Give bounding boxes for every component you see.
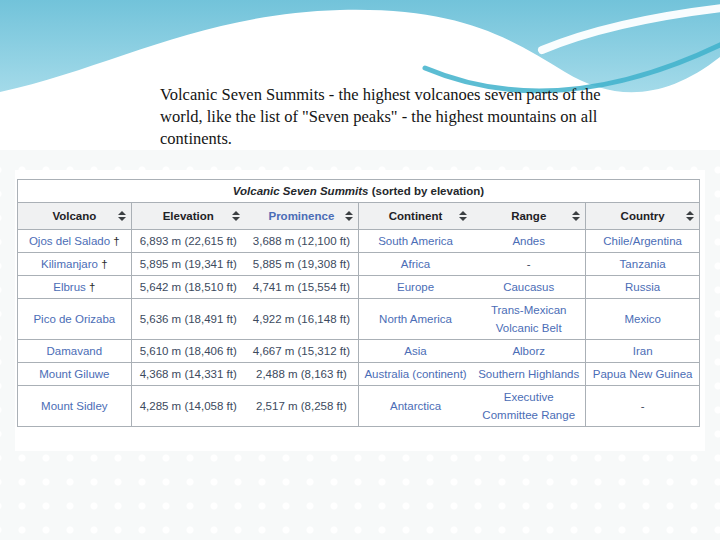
volcanic-seven-summits-table: Volcanic Seven Summits (sorted by elevat… bbox=[17, 179, 700, 427]
country-link[interactable]: Papua New Guinea bbox=[593, 368, 693, 380]
table-cell: Kilimanjaro † bbox=[18, 253, 132, 276]
continent-link[interactable]: Australia (continent) bbox=[364, 368, 466, 380]
country-link[interactable]: Tanzania bbox=[620, 258, 666, 270]
volcano-link[interactable]: Kilimanjaro bbox=[41, 258, 98, 270]
column-label-volcano: Volcano bbox=[52, 210, 96, 222]
table-cell: Ojos del Salado † bbox=[18, 230, 132, 253]
volcano-link[interactable]: Damavand bbox=[47, 345, 103, 357]
table-cell: Andes bbox=[472, 230, 586, 253]
table-cell: 4,667 m (15,312 ft) bbox=[245, 340, 359, 363]
column-header-prominence[interactable]: Prominence bbox=[245, 203, 359, 230]
sort-arrows-icon[interactable] bbox=[459, 211, 467, 221]
table-caption-row: Volcanic Seven Summits (sorted by elevat… bbox=[18, 180, 700, 203]
volcano-link[interactable]: Pico de Orizaba bbox=[33, 313, 115, 325]
sort-arrows-icon[interactable] bbox=[345, 211, 353, 221]
prominence-value: 3,688 m (12,100 ft) bbox=[253, 235, 350, 247]
range-link[interactable]: Alborz bbox=[512, 345, 545, 357]
table-cell: Southern Highlands bbox=[472, 363, 586, 386]
table-cell: 6,893 m (22,615 ft) bbox=[131, 230, 245, 253]
elevation-value: 6,893 m (22,615 ft) bbox=[140, 235, 237, 247]
volcano-link[interactable]: Ojos del Salado bbox=[29, 235, 110, 247]
country-empty: - bbox=[641, 400, 645, 412]
column-label-range: Range bbox=[511, 210, 546, 222]
continent-link[interactable]: Europe bbox=[397, 281, 434, 293]
table-row: Pico de Orizaba5,636 m (18,491 ft)4,922 … bbox=[18, 299, 700, 340]
table-cell: 5,636 m (18,491 ft) bbox=[131, 299, 245, 340]
table-cell: Elbrus † bbox=[18, 276, 132, 299]
table-cell: 5,610 m (18,406 ft) bbox=[131, 340, 245, 363]
table-cell: 2,488 m (8,163 ft) bbox=[245, 363, 359, 386]
dagger-mark: † bbox=[98, 258, 108, 270]
prominence-value: 4,667 m (15,312 ft) bbox=[253, 345, 350, 357]
dagger-mark: † bbox=[110, 235, 120, 247]
table-cell: Pico de Orizaba bbox=[18, 299, 132, 340]
table-cell: 2,517 m (8,258 ft) bbox=[245, 386, 359, 427]
sort-arrows-icon[interactable] bbox=[118, 211, 126, 221]
range-link[interactable]: Southern Highlands bbox=[478, 368, 579, 380]
column-header-continent[interactable]: Continent bbox=[358, 203, 472, 230]
table-cell: Mount Giluwe bbox=[18, 363, 132, 386]
table-cell: 5,895 m (19,341 ft) bbox=[131, 253, 245, 276]
sort-arrows-icon[interactable] bbox=[232, 211, 240, 221]
table-cell: Asia bbox=[358, 340, 472, 363]
country-link[interactable]: Iran bbox=[633, 345, 653, 357]
volcano-link[interactable]: Mount Giluwe bbox=[39, 368, 109, 380]
table-cell: Russia bbox=[586, 276, 700, 299]
column-label-continent: Continent bbox=[389, 210, 443, 222]
slide-title: Volcanic Seven Summits - the highest vol… bbox=[160, 84, 618, 150]
column-header-row: VolcanoElevationProminenceContinentRange… bbox=[18, 203, 700, 230]
country-link[interactable]: Russia bbox=[625, 281, 660, 293]
column-header-country[interactable]: Country bbox=[586, 203, 700, 230]
elevation-value: 4,368 m (14,331 ft) bbox=[140, 368, 237, 380]
table-cell: Iran bbox=[586, 340, 700, 363]
range-link[interactable]: Trans-Mexican Volcanic Belt bbox=[491, 304, 567, 334]
range-link[interactable]: Andes bbox=[512, 235, 545, 247]
table-cell: 4,922 m (16,148 ft) bbox=[245, 299, 359, 340]
table-row: Kilimanjaro †5,895 m (19,341 ft)5,885 m … bbox=[18, 253, 700, 276]
continent-link[interactable]: Africa bbox=[401, 258, 430, 270]
table-cell: Damavand bbox=[18, 340, 132, 363]
column-header-volcano[interactable]: Volcano bbox=[18, 203, 132, 230]
continent-link[interactable]: Antarctica bbox=[390, 400, 441, 412]
sort-arrows-icon[interactable] bbox=[572, 211, 580, 221]
table-screenshot-panel: Volcanic Seven Summits (sorted by elevat… bbox=[15, 170, 705, 451]
column-label-country: Country bbox=[621, 210, 665, 222]
table-cell: 4,741 m (15,554 ft) bbox=[245, 276, 359, 299]
table-caption-subtitle: (sorted by elevation) bbox=[369, 185, 485, 197]
table-cell: 4,285 m (14,058 ft) bbox=[131, 386, 245, 427]
prominence-value: 2,517 m (8,258 ft) bbox=[256, 400, 347, 412]
column-header-elevation[interactable]: Elevation bbox=[131, 203, 245, 230]
table-caption: Volcanic Seven Summits (sorted by elevat… bbox=[18, 180, 700, 203]
table-cell: Caucasus bbox=[472, 276, 586, 299]
table-cell: - bbox=[586, 386, 700, 427]
elevation-value: 5,642 m (18,510 ft) bbox=[140, 281, 237, 293]
country-link[interactable]: Chile/Argentina bbox=[603, 235, 682, 247]
table-cell: 5,642 m (18,510 ft) bbox=[131, 276, 245, 299]
range-link[interactable]: Caucasus bbox=[503, 281, 554, 293]
continent-link[interactable]: Asia bbox=[404, 345, 426, 357]
table-row: Mount Giluwe4,368 m (14,331 ft)2,488 m (… bbox=[18, 363, 700, 386]
table-cell: - bbox=[472, 253, 586, 276]
table-cell: South America bbox=[358, 230, 472, 253]
volcano-link[interactable]: Mount Sidley bbox=[41, 400, 107, 412]
column-label-elevation: Elevation bbox=[163, 210, 214, 222]
continent-link[interactable]: South America bbox=[378, 235, 453, 247]
sort-arrows-icon[interactable] bbox=[686, 211, 694, 221]
table-cell: 4,368 m (14,331 ft) bbox=[131, 363, 245, 386]
continent-link[interactable]: North America bbox=[379, 313, 452, 325]
prominence-value: 4,922 m (16,148 ft) bbox=[253, 313, 350, 325]
elevation-value: 5,610 m (18,406 ft) bbox=[140, 345, 237, 357]
table-cell: Mexico bbox=[586, 299, 700, 340]
country-link[interactable]: Mexico bbox=[624, 313, 660, 325]
table-cell: Chile/Argentina bbox=[586, 230, 700, 253]
column-header-range[interactable]: Range bbox=[472, 203, 586, 230]
range-link[interactable]: Executive Committee Range bbox=[482, 391, 575, 421]
prominence-value: 5,885 m (19,308 ft) bbox=[253, 258, 350, 270]
table-caption-title: Volcanic Seven Summits bbox=[233, 185, 369, 197]
range-empty: - bbox=[527, 258, 531, 270]
table-cell: Africa bbox=[358, 253, 472, 276]
table-cell: Papua New Guinea bbox=[586, 363, 700, 386]
volcano-link[interactable]: Elbrus bbox=[53, 281, 86, 293]
table-row: Ojos del Salado †6,893 m (22,615 ft)3,68… bbox=[18, 230, 700, 253]
table-body: Ojos del Salado †6,893 m (22,615 ft)3,68… bbox=[18, 230, 700, 427]
